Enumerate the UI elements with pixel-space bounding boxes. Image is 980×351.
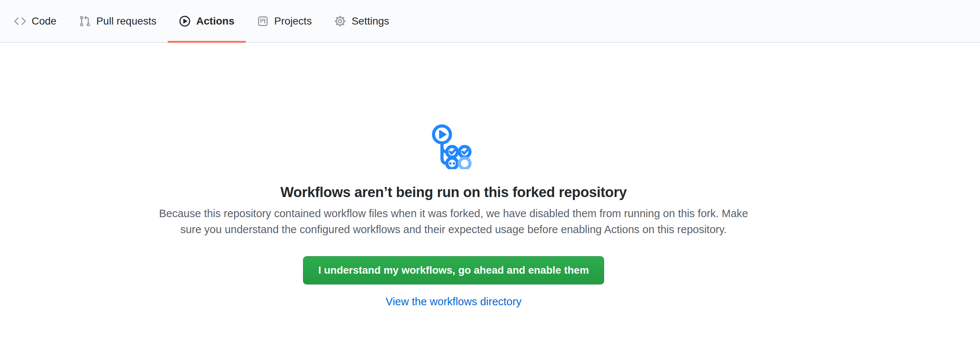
tab-pull-requests[interactable]: Pull requests [68, 0, 168, 42]
tab-projects[interactable]: Projects [246, 0, 323, 42]
workflows-link-row: View the workflows directory [0, 295, 907, 308]
tab-settings-label: Settings [352, 15, 389, 27]
workflow-graph-icon [0, 43, 907, 171]
code-icon [14, 15, 26, 27]
project-board-icon [257, 15, 269, 27]
tab-pull-requests-label: Pull requests [96, 15, 156, 27]
description-line-1: Because this repository contained workfl… [0, 206, 907, 222]
tab-code[interactable]: Code [3, 0, 68, 42]
play-circle-icon [179, 15, 191, 27]
tab-actions[interactable]: Actions [168, 0, 246, 42]
view-workflows-directory-link[interactable]: View the workflows directory [385, 295, 521, 308]
blankslate-description: Because this repository contained workfl… [0, 206, 907, 238]
enable-workflows-button[interactable]: I understand my workflows, go ahead and … [303, 256, 604, 284]
actions-disabled-blankslate: Workflows aren’t being run on this forke… [0, 43, 907, 308]
blankslate-heading: Workflows aren’t being run on this forke… [0, 184, 907, 200]
tab-actions-label: Actions [196, 15, 235, 27]
tab-settings[interactable]: Settings [323, 0, 400, 42]
tab-projects-label: Projects [274, 15, 312, 27]
repo-tab-bar: Code Pull requests Actions Projects Sett… [0, 0, 980, 43]
gear-icon [334, 15, 346, 27]
git-pull-request-icon [79, 15, 91, 27]
tab-code-label: Code [32, 15, 57, 27]
description-line-2: sure you understand the configured workf… [0, 222, 907, 238]
